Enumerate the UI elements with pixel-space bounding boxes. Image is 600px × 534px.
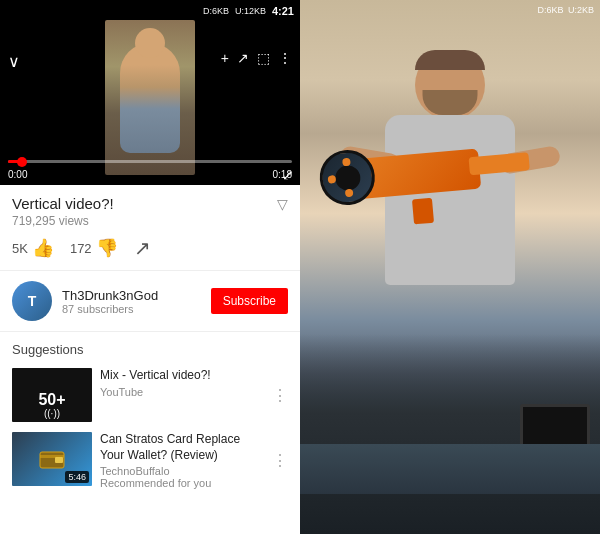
drum-dot-2	[344, 189, 353, 198]
thumbs-up-icon[interactable]: 👍	[32, 237, 54, 259]
view-count: 719,295 views	[12, 214, 288, 228]
status-bar-right: D:6KB U:2KB	[300, 0, 600, 20]
suggestion-title-2: Can Stratos Card Replace Your Wallet? (R…	[100, 432, 264, 463]
suggestion-channel-1: YouTube	[100, 386, 264, 398]
progress-bar-container[interactable]	[0, 160, 300, 163]
video-info: Vertical video?! ▽ 719,295 views 5K 👍 17…	[0, 185, 300, 271]
suggestion-channel-2: TechnoBuffalo	[100, 465, 264, 477]
video-player[interactable]: D:6KB U:12KB 4:21 ∨ + ↗ ⬚ ⋮	[0, 0, 300, 185]
suggestion-menu-1[interactable]: ⋮	[272, 386, 288, 405]
data-down-right: D:6KB	[538, 5, 564, 15]
cast-icon[interactable]: ⬚	[257, 50, 270, 66]
thumbs-down-icon[interactable]: 👎	[96, 237, 118, 259]
svg-rect-2	[55, 457, 63, 463]
video-title: Vertical video?!	[12, 195, 114, 212]
hair	[415, 50, 485, 70]
vertical-preview	[105, 20, 195, 175]
left-panel: D:6KB U:12KB 4:21 ∨ + ↗ ⬚ ⋮	[0, 0, 300, 534]
suggestion-info-1: Mix - Vertical video?! YouTube	[100, 368, 264, 398]
suggestions-section: Suggestions 50+ ((·)) Mix - Vertical vid…	[0, 332, 300, 534]
gun-barrel	[468, 152, 529, 175]
suggestion-thumb-2: 5:46	[12, 432, 92, 486]
channel-name[interactable]: Th3Drunk3nGod	[62, 288, 201, 303]
time-row: 0:00 0:18	[0, 169, 300, 180]
wallet-thumbnail-icon	[37, 444, 67, 474]
progress-dot	[17, 157, 27, 167]
suggestion-item[interactable]: 50+ ((·)) Mix - Vertical video?! YouTube…	[0, 363, 300, 427]
playlist-badge: 50+ ((·))	[38, 392, 65, 419]
data-down: D:6KB	[203, 6, 229, 16]
suggestion-title-1: Mix - Vertical video?!	[100, 368, 264, 384]
status-time: 4:21	[272, 5, 294, 17]
suggestion-duration-2: 5:46	[65, 471, 89, 483]
background-furniture	[300, 444, 600, 494]
subscribe-button[interactable]: Subscribe	[211, 288, 288, 314]
suggestion-thumb-1: 50+ ((·))	[12, 368, 92, 422]
info-expand-icon[interactable]: ▽	[277, 196, 288, 212]
gun-drum	[317, 148, 377, 208]
more-options-icon[interactable]: ⋮	[278, 50, 292, 66]
playlist-count: 50+	[38, 392, 65, 408]
dislike-count: 172	[70, 241, 92, 256]
person-silhouette	[120, 43, 180, 153]
suggestion-item-2[interactable]: 5:46 Can Stratos Card Replace Your Walle…	[0, 427, 300, 494]
current-time: 0:00	[8, 169, 27, 180]
video-top-icons: + ↗ ⬚ ⋮	[221, 50, 292, 66]
video-actions: 5K 👍 172 👎 ↗	[12, 236, 288, 264]
suggestion-tag-2: Recommended for you	[100, 477, 264, 489]
drum-center	[334, 164, 361, 191]
progress-bar[interactable]	[8, 160, 292, 163]
right-panel: D:6KB U:2KB	[300, 0, 600, 534]
suggestion-info-2: Can Stratos Card Replace Your Wallet? (R…	[100, 432, 264, 489]
status-bar: D:6KB U:12KB 4:21	[0, 0, 300, 22]
data-up-right: U:2KB	[568, 5, 594, 15]
video-title-row: Vertical video?! ▽	[12, 195, 288, 212]
add-to-queue-icon[interactable]: +	[221, 50, 229, 66]
suggestions-title: Suggestions	[0, 332, 300, 363]
video-controls-top: ∨ + ↗ ⬚ ⋮	[0, 22, 300, 30]
like-count: 5K	[12, 241, 28, 256]
channel-details: Th3Drunk3nGod 87 subscribers	[62, 288, 201, 315]
full-video-background: D:6KB U:2KB	[300, 0, 600, 534]
collapse-icon[interactable]: ∨	[8, 52, 20, 71]
suggestion-menu-2[interactable]: ⋮	[272, 451, 288, 470]
data-up: U:12KB	[235, 6, 266, 16]
gun-handle	[412, 198, 434, 225]
like-section[interactable]: 5K 👍	[12, 237, 54, 259]
person-head-full	[415, 50, 485, 120]
beard	[423, 90, 478, 115]
duration: 0:18	[273, 169, 292, 180]
channel-info: T Th3Drunk3nGod 87 subscribers Subscribe	[0, 271, 300, 332]
dislike-section[interactable]: 172 👎	[70, 237, 118, 259]
share-action-icon[interactable]: ↗	[134, 236, 151, 260]
channel-avatar[interactable]: T	[12, 281, 52, 321]
person-head	[135, 28, 165, 58]
subscriber-count: 87 subscribers	[62, 303, 201, 315]
share-icon[interactable]: ↗	[237, 50, 249, 66]
playlist-icon: ((·))	[44, 408, 60, 419]
